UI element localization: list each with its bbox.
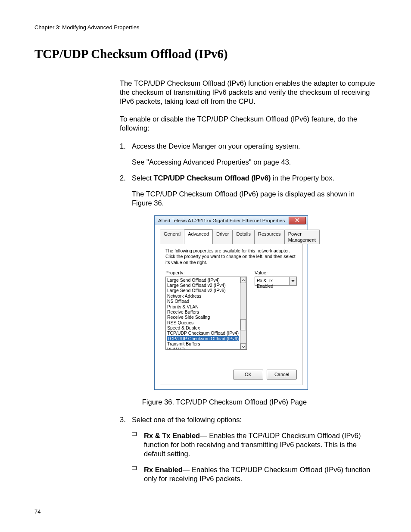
list-item[interactable]: TCP/UDP Checksum Offload (IPv4) [167,330,239,336]
tab-general[interactable]: General [160,230,184,244]
list-item[interactable]: Large Send Offload v2 (IPv4) [167,283,239,288]
step-number: 3. [120,415,126,424]
step-2: 2. Select TCP/UDP Checksum Offload (IPv6… [120,174,377,208]
list-item[interactable]: NS Offload [167,299,239,304]
step-2-sub: The TCP/UDP Checksum Offload (IPv6) page… [132,190,377,208]
tab-details[interactable]: Details [232,230,255,244]
document-page: Chapter 3: Modifying Advanced Properties… [0,0,411,532]
chevron-down-icon [291,278,295,284]
step-text-bold: TCP/UDP Checksum Offload (IPv6) [153,174,271,182]
property-label: Property: [165,270,247,276]
list-item[interactable]: Speed & Duplex [167,325,239,330]
lead-in-paragraph: To enable or disable the TCP/UDP Checksu… [120,115,377,133]
body-content: The TCP/UDP Checksum Offload (IPv6) func… [120,79,377,483]
close-button[interactable] [289,217,306,224]
figure-36: Allied Telesis AT-2911xx Gigabit Fiber E… [154,215,377,390]
property-column: Property: Large Send Offload (IPv4)Large… [165,270,247,350]
scroll-thumb[interactable] [240,319,246,330]
option-rx-tx-enabled: Rx & Tx Enabled— Enables the TCP/UDP Che… [120,431,377,458]
dialog-body: GeneralAdvancedDriverDetailsResourcesPow… [155,225,308,389]
step-3: 3. Select one of the following options: [120,415,377,424]
step-number: 2. [120,174,126,183]
step-1-sub: See "Accessing Advanced Properties" on p… [132,158,377,167]
step-text-suffix: in the Property box. [271,174,334,182]
dropdown-button[interactable] [289,277,296,285]
step-number: 1. [120,142,126,151]
value-dropdown[interactable]: Rx & Tx Enabled [255,277,297,286]
listbox-content: Large Send Offload (IPv4)Large Send Offl… [165,277,240,350]
figure-caption: Figure 36. TCP/UDP Checksum Offload (IPv… [72,398,377,407]
tab-advanced[interactable]: Advanced [184,229,213,244]
tab-driver[interactable]: Driver [212,230,233,244]
dialog-description: The following properties are available f… [165,248,297,265]
chevron-down-icon [242,343,245,349]
list-item[interactable]: Transmit Buffers [167,341,239,346]
dialog-titlebar: Allied Telesis AT-2911xx Gigabit Fiber E… [155,216,308,225]
ok-button[interactable]: OK [233,370,263,380]
dropdown-selected-text: Rx & Tx Enabled [255,277,289,285]
scroll-track[interactable] [240,283,246,343]
property-listbox[interactable]: Large Send Offload (IPv4)Large Send Offl… [165,277,247,350]
chapter-header: Chapter 3: Modifying Advanced Properties [34,24,377,31]
close-icon [295,218,299,224]
value-label: Value: [255,270,297,276]
cancel-button[interactable]: Cancel [267,370,297,380]
bullet-icon [132,466,137,470]
step-1: 1. Access the Device Manger on your oper… [120,142,377,167]
properties-dialog: Allied Telesis AT-2911xx Gigabit Fiber E… [154,215,308,390]
list-item[interactable]: RSS Queues [167,320,239,325]
scroll-up-button[interactable] [240,277,246,283]
dialog-button-row: OK Cancel [165,370,297,380]
scroll-down-button[interactable] [240,343,246,349]
step-text-prefix: Select [132,174,153,182]
tab-power-management[interactable]: Power Management [284,230,320,244]
section-title: TCP/UDP Checksum Offload (IPv6) [34,47,377,64]
list-item[interactable]: Large Send Offload (IPv4) [167,277,239,283]
option-name: Rx & Tx Enabled [144,432,200,439]
list-item[interactable]: Large Send Offload v2 (IPv6) [167,288,239,293]
tab-resources[interactable]: Resources [254,230,285,244]
list-item[interactable]: TCP/UDP Checksum Offload (IPv6) [167,336,239,341]
intro-paragraph: The TCP/UDP Checksum Offload (IPv6) func… [120,79,377,106]
dialog-columns: Property: Large Send Offload (IPv4)Large… [165,270,297,350]
page-number: 74 [34,508,40,515]
list-item[interactable]: Priority & VLAN [167,304,239,309]
chevron-up-icon [242,277,245,283]
list-item[interactable]: VLAN ID [167,347,239,350]
option-name: Rx Enabled [144,466,183,473]
list-item[interactable]: Network Address [167,293,239,299]
option-rx-enabled: Rx Enabled— Enables the TCP/UDP Checksum… [120,465,377,483]
value-column: Value: Rx & Tx Enabled [255,270,297,350]
list-item[interactable]: Receive Buffers [167,309,239,314]
step-text: Select one of the following options: [132,416,242,423]
list-item[interactable]: Receive Side Scaling [167,314,239,320]
step-text: Access the Device Manger on your operati… [132,142,300,150]
bullet-icon [132,432,137,436]
dialog-title: Allied Telesis AT-2911xx Gigabit Fiber E… [158,218,285,224]
tab-panel-advanced: The following properties are available f… [160,243,302,385]
scrollbar[interactable] [240,277,247,350]
tab-row: GeneralAdvancedDriverDetailsResourcesPow… [160,229,302,244]
